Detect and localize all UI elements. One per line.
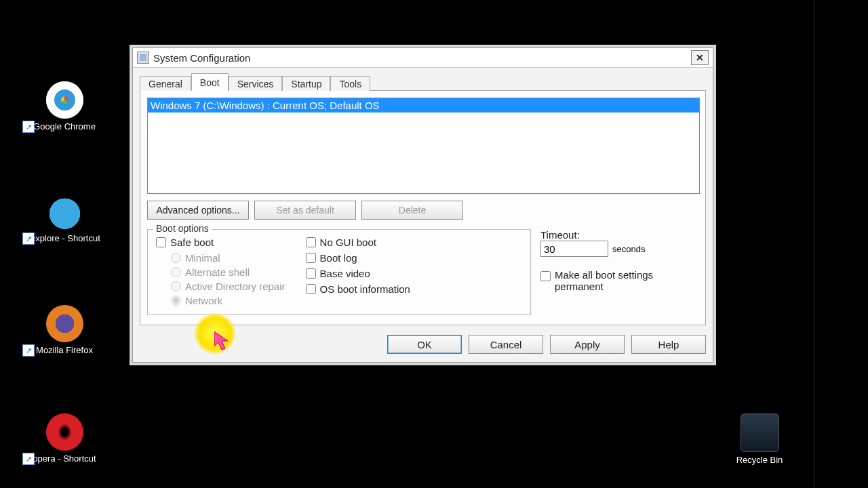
set-as-default-button[interactable]: Set as default (254, 201, 356, 220)
boot-log-checkbox[interactable]: Boot log (306, 252, 410, 264)
titlebar[interactable]: System Configuration ✕ (133, 48, 713, 68)
desktop-icon-label: Recycle Bin (719, 455, 800, 465)
desktop: ↗ Google Chrome ↗ iexplore - Shortcut ↗ … (0, 0, 868, 488)
tab-strip: General Boot Services Startup Tools (140, 73, 706, 91)
boot-tab-panel: Windows 7 (C:\Windows) : Current OS; Def… (140, 91, 706, 325)
desktop-icon-chrome[interactable]: ↗ Google Chrome (24, 81, 105, 131)
cancel-button[interactable]: Cancel (469, 335, 543, 354)
tab-boot[interactable]: Boot (191, 73, 229, 91)
timeout-unit: seconds (612, 244, 645, 254)
close-button[interactable]: ✕ (691, 50, 709, 65)
safe-boot-checkbox[interactable]: Safe boot (156, 237, 285, 248)
desktop-icon-recycle-bin[interactable]: Recycle Bin (719, 413, 800, 465)
advanced-options-button[interactable]: Advanced options... (147, 201, 249, 220)
shortcut-badge-icon: ↗ (22, 344, 35, 357)
apply-button[interactable]: Apply (550, 335, 625, 354)
app-icon (137, 52, 149, 64)
delete-button[interactable]: Delete (361, 201, 463, 220)
desktop-icon-label: Mozilla Firefox (24, 345, 105, 355)
letterbox-bar (814, 0, 868, 488)
make-permanent-checkbox[interactable]: Make all boot settings permanent (540, 269, 698, 292)
safe-boot-network-radio[interactable]: Network (171, 295, 285, 306)
window-title: System Configuration (153, 52, 250, 64)
desktop-icon-label: iexplore - Shortcut (24, 233, 105, 243)
tab-tools[interactable]: Tools (330, 76, 370, 92)
ok-button[interactable]: OK (387, 335, 462, 354)
os-list-item[interactable]: Windows 7 (C:\Windows) : Current OS; Def… (148, 98, 699, 113)
desktop-icon-firefox[interactable]: ↗ Mozilla Firefox (24, 305, 105, 355)
desktop-icon-ie[interactable]: ↗ iexplore - Shortcut (24, 193, 105, 243)
no-gui-boot-checkbox[interactable]: No GUI boot (306, 237, 410, 248)
close-icon: ✕ (696, 52, 704, 63)
tab-startup[interactable]: Startup (282, 76, 330, 92)
base-video-checkbox[interactable]: Base video (306, 268, 410, 279)
system-configuration-window: System Configuration ✕ General Boot Serv… (132, 47, 713, 363)
os-list[interactable]: Windows 7 (C:\Windows) : Current OS; Def… (147, 98, 700, 194)
tab-services[interactable]: Services (229, 76, 283, 92)
desktop-icon-label: Google Chrome (24, 121, 105, 131)
boot-options-legend: Boot options (153, 223, 212, 234)
timeout-input[interactable] (540, 241, 608, 257)
shortcut-badge-icon: ↗ (22, 232, 35, 245)
safe-boot-ad-repair-radio[interactable]: Active Directory repair (171, 281, 285, 292)
boot-options-group: Boot options Safe boot (147, 229, 531, 315)
shortcut-badge-icon: ↗ (22, 121, 35, 133)
desktop-icon-label: opera - Shortcut (24, 453, 105, 464)
safe-boot-alt-shell-radio[interactable]: Alternate shell (171, 266, 285, 278)
tab-general[interactable]: General (140, 76, 191, 92)
safe-boot-minimal-radio[interactable]: Minimal (171, 252, 285, 264)
dialog-action-bar: OK Cancel Apply Help (140, 335, 706, 354)
help-button[interactable]: Help (631, 335, 706, 354)
desktop-icon-opera[interactable]: ↗ opera - Shortcut (24, 413, 105, 464)
timeout-label: Timeout: (540, 229, 698, 241)
os-boot-info-checkbox[interactable]: OS boot information (306, 283, 410, 295)
shortcut-badge-icon: ↗ (22, 453, 35, 465)
